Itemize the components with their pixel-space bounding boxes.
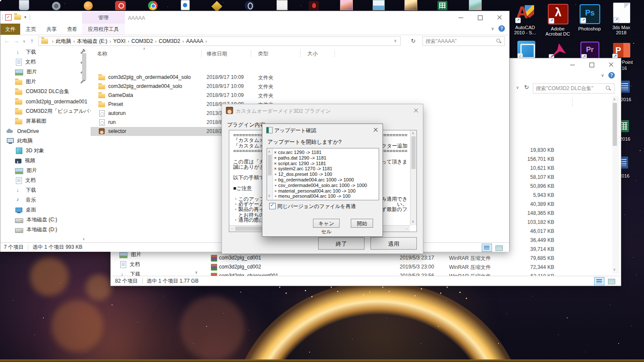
scroll-left-icon[interactable]: ← [231,226,234,230]
desktop-icon-acrobat[interactable]: λ ↗ Adobe Acrobat DC [548,4,575,36]
sidebar-item[interactable]: 文档 [0,175,91,185]
file-row[interactable]: com3d2plg_cd001 2019/5/3 23:17 WinRAR 压缩… [211,253,619,262]
minimize-button[interactable] [563,58,582,71]
address-dropdown-icon[interactable]: ∨ [516,85,519,90]
sidebar-item[interactable]: 屏幕截图 [0,116,91,126]
breadcrumb-item[interactable]: COM3D2 [131,38,153,44]
close-icon[interactable] [372,127,379,133]
tab-view[interactable]: 查看 [62,24,82,35]
scroll-up-icon[interactable]: ∧ [412,131,414,135]
sidebar-item[interactable]: 桌面 [0,205,91,215]
details-view-button[interactable] [594,277,605,285]
update-item[interactable]: ∘ 12_dos.preset 100 -> 100 [274,172,367,177]
exit-button[interactable]: 終了 [318,237,365,250]
desktop-icon[interactable] [145,0,161,10]
desktop-icon[interactable] [177,0,193,10]
desktop-icon[interactable] [16,0,32,10]
cancel-button[interactable]: キャンセル [313,219,340,228]
column-date[interactable]: 修改日期 [207,50,227,57]
history-dropdown-icon[interactable]: ∨ [23,39,26,43]
update-item[interactable]: ∘ material_personal004.arc 100 -> 100 [274,188,367,194]
back-icon[interactable]: ← [4,37,10,44]
desktop-icon-cad-blue[interactable]: ↗ [517,41,535,59]
qat-menu-icon[interactable]: ▼ [24,15,27,19]
breadcrumb-item[interactable]: 此电脑 [56,38,71,45]
update-item[interactable]: × paths.dat 1290 -> 1181 [274,155,367,161]
column-size[interactable]: 大小 [307,50,318,57]
sidebar-item[interactable]: COM3D2 DLC合集 [0,87,91,97]
column-name[interactable]: 名称 [97,50,107,57]
apply-button[interactable]: 適用 [371,237,417,250]
update-item[interactable]: × csv.arc 1290 -> 1181 [274,150,367,155]
reapply-checkbox[interactable]: ✓ [269,203,276,209]
sidebar-item[interactable]: 本地磁盘 (C:) [0,215,91,225]
sidebar-item[interactable]: 下载 [0,185,91,195]
desktop-icon[interactable] [274,0,289,10]
file-row[interactable]: com3d2plg_ordermade004_solo 2018/9/17 10… [91,82,333,91]
breadcrumb-item[interactable]: AAAAA [186,38,203,44]
search-box[interactable]: 搜索"AAAAA" [422,36,505,46]
minimize-button[interactable] [451,11,471,24]
sidebar-item[interactable]: 本地磁盘 (D:) [0,225,91,235]
desktop-icon-3dsmax[interactable]: ↗ 3ds Max 2018 [613,3,636,35]
refresh-icon[interactable]: ↻ [524,84,529,90]
ribbon-collapse-icon[interactable]: ∨ [601,73,604,78]
tab-file[interactable]: 文件 [0,24,20,35]
desktop-icon[interactable] [467,0,483,10]
sidebar-item[interactable]: 图片 [0,67,91,77]
tab-manage[interactable]: 管理 [82,12,125,24]
file-row[interactable]: GameData 2018/9/17 10:09 文件夹 [91,91,333,100]
list-scrollbar[interactable]: ∧ ∨ [267,148,273,199]
vertical-scrollbar[interactable]: ∧ ∨ [410,130,416,225]
breadcrumb-item[interactable]: YOXI [113,38,126,44]
breadcrumb-item[interactable]: 本地磁盘 (E:) [77,38,107,45]
scrollbar[interactable]: ∧ ∨ [612,96,619,274]
scroll-down-icon[interactable]: ∨ [268,194,270,198]
close-icon[interactable] [413,107,419,114]
close-button[interactable] [601,58,621,71]
desktop-icon[interactable] [338,0,354,10]
file-row[interactable]: com3d2plg_cd002 2019/5/3 23:00 WinRAR 压缩… [211,262,619,272]
breadcrumb[interactable]: › 此电脑›本地磁盘 (E:)›YOXI›COM3D2›COM3D2›AAAAA… [38,36,401,46]
tab-home[interactable]: 主页 [21,24,41,35]
desktop-icon[interactable] [49,0,64,10]
sidebar-item[interactable]: OneDrive [0,126,91,136]
desktop-icon[interactable] [242,0,257,10]
thumbnail-view-button[interactable] [494,244,504,252]
refresh-icon[interactable]: ↻ [411,38,416,44]
maximize-button[interactable] [582,58,601,71]
desktop-icon[interactable] [435,0,450,10]
sidebar-item[interactable]: 文档 [0,57,91,67]
details-view-button[interactable] [482,244,492,252]
desktop-icon[interactable] [210,0,225,10]
update-item[interactable]: ∘ menu_personal004.arc 100 -> 100 [274,193,367,199]
sidebar-item[interactable]: 文档 [119,259,205,269]
breadcrumb-item[interactable]: COM3D2 [159,38,180,44]
forward-icon[interactable]: → [13,37,19,44]
desktop-icon[interactable] [113,0,128,10]
tab-share[interactable]: 共享 [42,24,61,35]
sidebar-item[interactable]: 音乐 [0,195,91,205]
scroll-down-icon[interactable]: ∨ [195,270,198,275]
sidebar-item[interactable]: 下载 [0,47,91,57]
desktop-icon-powerpoint[interactable]: P↗ [612,42,630,59]
desktop-icon[interactable] [403,0,418,10]
desktop-icon-magenta-arrow[interactable]: ↗ [549,42,568,60]
thumbnail-view-button[interactable] [606,277,617,285]
help-icon[interactable]: ? [608,72,615,78]
file-row[interactable]: com3d2plg_oh_ordermade004_solo 2018/9/17… [91,73,333,82]
desktop-icon-autocad[interactable]: A ↗ AutoCAD 2010 - S... [515,3,541,35]
scroll-down-icon[interactable]: ∨ [82,237,85,241]
desktop-icon[interactable] [371,0,386,10]
sidebar-item[interactable]: com3d2plg_ordermade001 [0,97,91,106]
desktop-icon-photoshop[interactable]: Ps ↗ Photoshop [580,4,606,31]
sidebar-scrollbar[interactable]: ∧ ∨ [82,47,87,243]
sidebar-item[interactable]: 视频 [0,156,91,166]
sidebar-item[interactable]: COM3D2用「ビジュアルパッ [0,106,91,116]
scroll-right-icon[interactable]: → [404,226,408,230]
sidebar-item[interactable]: 3D 对象 [0,146,91,156]
maximize-button[interactable] [471,11,490,24]
search-box[interactable]: 搜索"COM3D2 DLC合集" [533,83,614,94]
tab-app-tools[interactable]: 应用程序工具 [82,24,125,35]
help-icon[interactable]: ? [498,25,505,32]
